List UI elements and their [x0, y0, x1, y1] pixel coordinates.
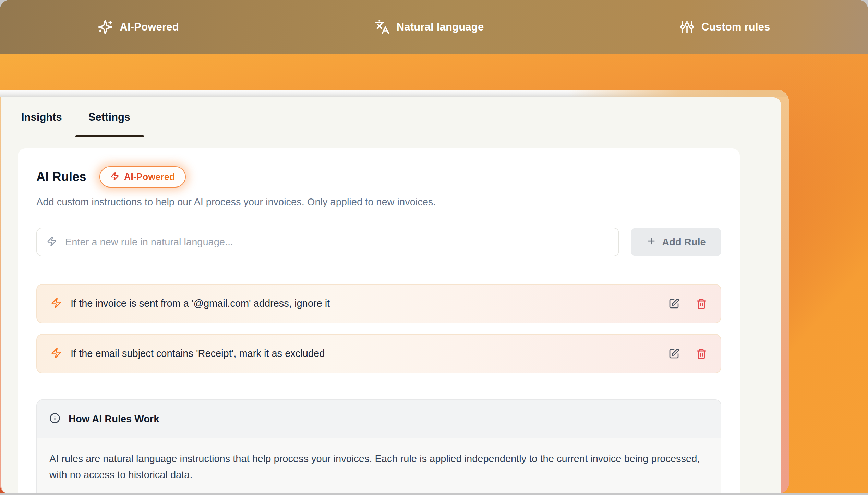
rule-row: If the email subject contains 'Receipt',…: [36, 334, 721, 373]
banner-item-custom-rules: Custom rules: [679, 20, 770, 35]
ai-powered-badge: AI-Powered: [99, 166, 186, 188]
edit-icon: [668, 348, 679, 359]
banner-label: AI-Powered: [120, 21, 179, 33]
card-description: Add custom instructions to help our AI p…: [36, 196, 721, 208]
rule-input-row: Add Rule: [36, 228, 721, 256]
card-title-row: AI Rules AI-Powered: [36, 166, 721, 188]
zap-icon: [51, 348, 62, 360]
add-rule-label: Add Rule: [662, 237, 706, 248]
screenshot-stage: AI-Powered Natural language Custom rules: [0, 0, 868, 495]
rule-actions: [668, 298, 707, 309]
edit-rule-button[interactable]: [668, 348, 679, 359]
rule-row: If the invoice is sent from a '@gmail.co…: [36, 284, 721, 323]
feature-banner: AI-Powered Natural language Custom rules: [0, 0, 868, 54]
zap-icon: [51, 298, 62, 310]
edit-rule-button[interactable]: [668, 298, 679, 309]
rules-list: If the invoice is sent from a '@gmail.co…: [36, 284, 721, 373]
tab-insights[interactable]: Insights: [21, 97, 62, 137]
languages-icon: [375, 20, 390, 35]
zap-icon: [110, 172, 119, 182]
sparkles-icon: [98, 20, 113, 35]
rule-input-wrapper: [36, 228, 619, 256]
window-top-edge: [0, 90, 789, 97]
rule-text: If the email subject contains 'Receipt',…: [71, 348, 668, 359]
add-rule-button[interactable]: Add Rule: [631, 228, 721, 256]
trash-icon: [696, 348, 707, 359]
rule-actions: [668, 348, 707, 359]
new-rule-input[interactable]: [64, 236, 609, 248]
tab-bar: Insights Settings: [1, 97, 781, 137]
info-box-header: How AI Rules Work: [37, 400, 721, 438]
banner-item-ai-powered: AI-Powered: [98, 20, 179, 35]
tab-settings[interactable]: Settings: [88, 97, 130, 137]
badge-label: AI-Powered: [124, 172, 175, 182]
tab-settings-label: Settings: [88, 111, 130, 123]
rule-text: If the invoice is sent from a '@gmail.co…: [71, 298, 668, 309]
ai-rules-card: AI Rules AI-Powered Add custom instructi…: [18, 148, 740, 493]
delete-rule-button[interactable]: [696, 298, 707, 309]
zap-icon: [47, 236, 57, 248]
info-box-text: AI rules are natural language instructio…: [49, 451, 707, 483]
card-title: AI Rules: [36, 170, 86, 184]
delete-rule-button[interactable]: [696, 348, 707, 359]
app-window: Insights Settings AI Rules: [0, 90, 789, 493]
info-box-body: AI rules are natural language instructio…: [37, 438, 721, 493]
tab-insights-label: Insights: [21, 111, 62, 123]
edit-icon: [668, 298, 679, 309]
trash-icon: [696, 298, 707, 309]
banner-item-natural-language: Natural language: [375, 20, 484, 35]
banner-label: Custom rules: [701, 21, 770, 33]
info-icon: [49, 413, 60, 425]
plus-icon: [646, 236, 656, 249]
banner-label: Natural language: [397, 21, 484, 33]
sliders-icon: [679, 20, 695, 35]
how-ai-rules-work-box: How AI Rules Work AI rules are natural l…: [36, 399, 721, 493]
window-content: Insights Settings AI Rules: [1, 97, 781, 493]
info-box-title: How AI Rules Work: [69, 413, 159, 425]
